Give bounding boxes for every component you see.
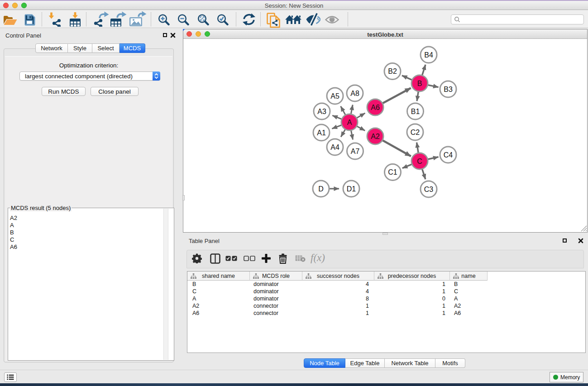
svg-text:A7: A7 [351, 148, 360, 155]
svg-text:D: D [318, 185, 324, 193]
svg-text:A5: A5 [330, 92, 339, 100]
svg-text:A3: A3 [317, 108, 326, 115]
svg-text:A2: A2 [371, 133, 380, 140]
svg-text:C4: C4 [444, 151, 453, 159]
svg-text:C1: C1 [388, 168, 397, 176]
svg-text:B2: B2 [388, 67, 397, 75]
svg-text:A: A [347, 119, 352, 126]
svg-text:C: C [417, 157, 422, 165]
svg-text:B4: B4 [424, 51, 433, 59]
svg-text:D1: D1 [347, 185, 356, 193]
svg-text:A8: A8 [350, 90, 359, 97]
svg-text:B3: B3 [444, 86, 453, 93]
svg-text:A4: A4 [330, 143, 339, 151]
svg-text:C2: C2 [411, 129, 420, 136]
svg-text:A1: A1 [317, 129, 326, 137]
svg-text:B1: B1 [411, 108, 420, 115]
svg-text:A6: A6 [371, 104, 380, 111]
svg-text:B: B [417, 80, 422, 87]
svg-text:C3: C3 [424, 186, 434, 193]
